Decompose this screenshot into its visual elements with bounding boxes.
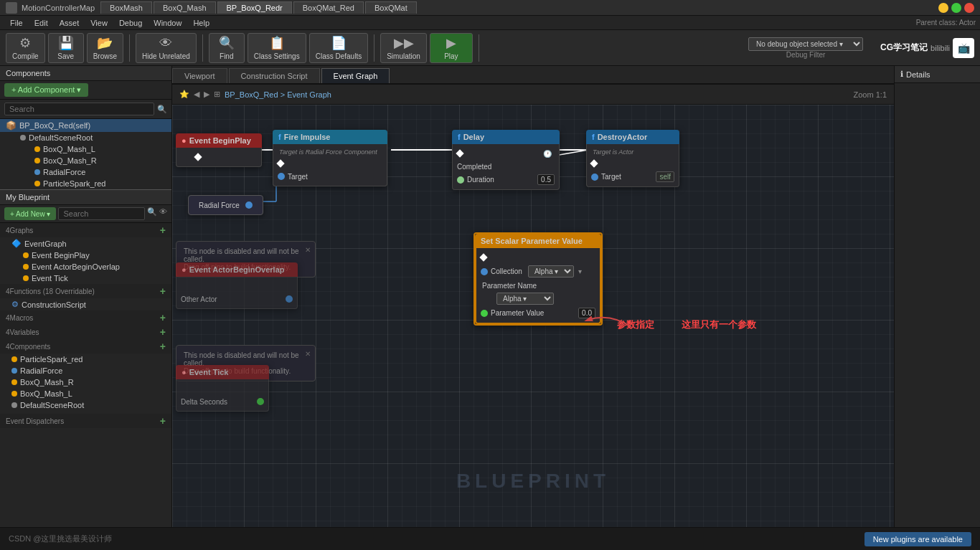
graph-area[interactable]: Viewport Construction Script Event Graph… bbox=[172, 66, 894, 550]
param-value-row: Parameter Value 0.0 bbox=[476, 306, 600, 320]
blueprint-search-input[interactable] bbox=[58, 207, 145, 220]
zoom-indicator: Zoom 1:1 bbox=[854, 90, 887, 99]
menu-help[interactable]: Help bbox=[187, 17, 215, 29]
event-beginplay-node[interactable]: ● Event BeginPlay bbox=[176, 133, 262, 167]
tree-item-particle-spark[interactable]: ParticleSpark_red bbox=[0, 178, 171, 189]
graphs-add-button[interactable]: + bbox=[160, 224, 166, 236]
main-area: Components + Add Component ▾ 🔍 📦 BP_BoxQ… bbox=[0, 66, 980, 550]
comp-radial-force[interactable]: RadialForce bbox=[0, 365, 171, 376]
menu-file[interactable]: File bbox=[4, 17, 29, 29]
comp-particle-spark[interactable]: ParticleSpark_red bbox=[0, 354, 171, 365]
home-icon[interactable]: ⭐ bbox=[179, 90, 189, 99]
tree-item-self[interactable]: 📦 BP_BoxQ_Red(self) bbox=[0, 119, 171, 132]
comp-boxq-mash-r[interactable]: BoxQ_Mash_R bbox=[0, 376, 171, 388]
comp-boxq-mash-l[interactable]: BoxQ_Mash_L bbox=[0, 388, 171, 399]
construction-script-tab[interactable]: Construction Script bbox=[229, 68, 320, 83]
tree-event-actoroverlap[interactable]: Event ActorBeginOverlap bbox=[0, 261, 171, 272]
delay-node[interactable]: f Delay 🕐 Completed Duration bbox=[452, 130, 560, 190]
close-button[interactable] bbox=[964, 3, 974, 13]
delay-duration-value[interactable]: 0.5 bbox=[537, 174, 555, 185]
debug-object-dropdown[interactable]: No debug object selected ▾ bbox=[748, 37, 863, 51]
disabled-close-icon[interactable]: ✕ bbox=[305, 246, 311, 254]
forward-button[interactable]: ▶ bbox=[204, 90, 209, 99]
delta-seconds-row: Delta Seconds bbox=[176, 395, 268, 408]
viewport-tab[interactable]: Viewport bbox=[172, 68, 227, 83]
maximize-button[interactable] bbox=[951, 3, 961, 13]
event-actoroverlap-node[interactable]: ● Event ActorBeginOverlap Other Actor bbox=[176, 262, 298, 309]
menu-bar: File Edit Asset View Debug Window Help P… bbox=[0, 16, 980, 30]
delay-clock-icon: 🕐 bbox=[543, 150, 552, 158]
menu-view[interactable]: View bbox=[85, 17, 113, 29]
functions-add-button[interactable]: + bbox=[160, 285, 166, 297]
menu-window[interactable]: Window bbox=[148, 17, 187, 29]
tab-boxqmash[interactable]: BoxQ_Mash bbox=[154, 1, 216, 14]
destroy-exec-in bbox=[590, 159, 598, 167]
set-scalar-node[interactable]: Set Scalar Parameter Value Collection Al… bbox=[473, 232, 603, 326]
tree-event-tick[interactable]: Event Tick bbox=[0, 272, 171, 284]
tab-bp-boxq-redr[interactable]: BP_BoxQ_Redr bbox=[217, 1, 292, 14]
browse-button[interactable]: 📂 Browse bbox=[87, 33, 123, 63]
class-settings-button[interactable]: 📋 Class Settings bbox=[248, 33, 306, 63]
destroy-target-pin bbox=[591, 174, 598, 181]
comp-default-icon bbox=[11, 402, 17, 408]
event-graph-tab[interactable]: Event Graph bbox=[321, 68, 390, 83]
delay-completed-pin bbox=[547, 162, 555, 170]
collection-dropdown[interactable]: Alpha ▾ bbox=[528, 265, 574, 278]
tree-event-beginplay[interactable]: Event BeginPlay bbox=[0, 250, 171, 261]
save-button[interactable]: 💾 Save bbox=[48, 33, 84, 63]
macros-add-button[interactable]: + bbox=[160, 312, 166, 323]
class-defaults-button[interactable]: 📄 Class Defaults bbox=[309, 33, 368, 63]
fire-impulse-exec-row bbox=[273, 157, 387, 170]
add-new-button[interactable]: + Add New ▾ bbox=[4, 207, 56, 220]
tree-item-radial-force[interactable]: RadialForce bbox=[0, 166, 171, 178]
tree-item-default-scene-root[interactable]: DefaultSceneRoot bbox=[0, 132, 171, 143]
disabled-tick-close-icon[interactable]: ✕ bbox=[305, 350, 311, 358]
tree-item-boxq-mash-r[interactable]: BoxQ_Mash_R bbox=[0, 155, 171, 166]
hide-unrelated-button[interactable]: 👁 Hide Unrelated bbox=[136, 33, 197, 63]
compile-icon: ⚙ bbox=[19, 35, 31, 51]
param-name-row: Alpha ▾ bbox=[476, 291, 600, 306]
event-tick-node[interactable]: ● Event Tick Delta Seconds bbox=[176, 365, 269, 412]
delay-duration-row: Duration 0.5 bbox=[453, 173, 559, 186]
simulation-button[interactable]: ▶▶ Simulation bbox=[380, 33, 427, 63]
compile-button[interactable]: ⚙ Compile bbox=[6, 33, 45, 63]
tab-boxqmat[interactable]: BoxQMat bbox=[365, 1, 417, 14]
menu-debug[interactable]: Debug bbox=[113, 17, 148, 29]
set-scalar-body: Collection Alpha ▾ ▾ Parameter Name Alph… bbox=[475, 248, 601, 324]
components-sub-add-button[interactable]: + bbox=[160, 341, 166, 352]
comp-default-scene-root[interactable]: DefaultSceneRoot bbox=[0, 399, 171, 411]
tree-item-boxq-mash-l[interactable]: BoxQ_Mash_L bbox=[0, 143, 171, 155]
param-value-input[interactable]: 0.0 bbox=[578, 308, 595, 318]
menu-asset[interactable]: Asset bbox=[54, 17, 85, 29]
param-name-dropdown[interactable]: Alpha ▾ bbox=[496, 293, 554, 305]
variables-add-button[interactable]: + bbox=[160, 326, 166, 338]
radial-force-node[interactable]: Radial Force bbox=[188, 195, 263, 215]
event-actoroverlap-body: Other Actor bbox=[176, 277, 298, 309]
menu-edit[interactable]: Edit bbox=[29, 17, 54, 29]
blueprint-watermark: BLUEPRINT bbox=[456, 470, 610, 493]
event-actoroverlap-header: ● Event ActorBeginOverlap bbox=[176, 262, 298, 277]
blueprint-canvas[interactable]: ● Event BeginPlay f Fire Impulse Tar bbox=[172, 105, 894, 550]
minimize-button[interactable] bbox=[938, 3, 948, 13]
event-dispatchers-section: Event Dispatchers + bbox=[0, 414, 171, 428]
fire-impulse-node[interactable]: f Fire Impulse Target is Radial Force Co… bbox=[273, 130, 387, 186]
find-button[interactable]: 🔍 Find bbox=[209, 33, 245, 63]
other-actor-pin bbox=[286, 295, 293, 303]
radial-force-body: Radial Force bbox=[188, 195, 263, 215]
tab-boxqmat-red[interactable]: BoxQMat_Red bbox=[293, 1, 364, 14]
add-component-button[interactable]: + Add Component ▾ bbox=[4, 83, 88, 97]
eye-icon[interactable]: 👁 bbox=[159, 207, 167, 220]
comp-radial-icon bbox=[11, 368, 17, 374]
components-search-input[interactable] bbox=[4, 103, 154, 115]
tick-exec-row bbox=[176, 382, 268, 395]
destroy-actor-node[interactable]: f DestroyActor Target is Actor Target se… bbox=[586, 130, 679, 187]
tree-event-graph[interactable]: 🔷 EventGraph bbox=[0, 237, 171, 250]
tab-boxmash[interactable]: BoxMash bbox=[100, 1, 152, 14]
back-button[interactable]: ◀ bbox=[194, 90, 199, 99]
dispatchers-add-button[interactable]: + bbox=[160, 415, 166, 427]
class-defaults-icon: 📄 bbox=[331, 35, 347, 51]
title-tabs: BoxMash BoxQ_Mash BP_BoxQ_Redr BoxQMat_R… bbox=[100, 1, 418, 14]
new-plugins-badge[interactable]: New plugins are available bbox=[864, 532, 971, 546]
play-button[interactable]: ▶ Play bbox=[430, 33, 473, 63]
tree-construction-script[interactable]: ⚙ ConstructionScript bbox=[0, 298, 171, 310]
